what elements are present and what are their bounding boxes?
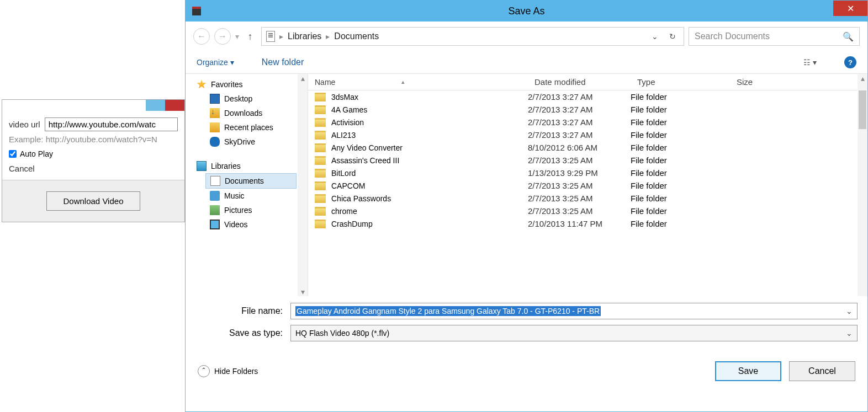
file-date: 2/7/2013 3:27 AM — [528, 117, 631, 127]
file-type: File folder — [631, 92, 730, 101]
file-row[interactable]: CAPCOM2/7/2013 3:25 AMFile folder — [308, 179, 867, 192]
folder-icon — [315, 220, 326, 228]
sidebar-item-music[interactable]: Music — [186, 189, 308, 203]
col-size[interactable]: Size — [730, 77, 867, 87]
sidebar-item-recent[interactable]: Recent places — [186, 120, 308, 135]
file-type: File folder — [631, 156, 730, 165]
refresh-button[interactable]: ↻ — [666, 32, 679, 41]
save-type-label: Save as type: — [195, 328, 290, 338]
file-date: 2/10/2013 11:47 PM — [528, 219, 631, 228]
folder-icon — [315, 143, 326, 152]
breadcrumb-documents[interactable]: Documents — [334, 31, 379, 41]
file-name: Activision — [331, 118, 364, 127]
folder-icon — [315, 207, 326, 216]
col-date[interactable]: Date modified — [528, 77, 631, 87]
save-as-dialog: Save As ✕ ← → ▾ ↑ ▸ Libraries ▸ Document… — [185, 0, 868, 412]
download-video-button[interactable]: Download Video — [46, 191, 141, 211]
col-type[interactable]: Type — [631, 77, 730, 87]
chevron-down-icon: ▾ — [230, 58, 234, 67]
dropdown-icon[interactable]: ⌄ — [846, 329, 853, 338]
dropdown-icon[interactable]: ⌄ — [846, 307, 853, 315]
bg-cancel-link[interactable]: Cancel — [9, 164, 178, 173]
breadcrumb-libraries[interactable]: Libraries — [288, 31, 321, 41]
file-scrollbar[interactable]: ▴ — [858, 74, 867, 296]
help-button[interactable]: ? — [844, 56, 856, 68]
save-type-value: HQ Flash Video 480p (*.flv) — [295, 329, 389, 338]
scrollbar-thumb[interactable] — [859, 90, 866, 129]
sidebar-item-desktop[interactable]: Desktop — [186, 92, 308, 106]
chevron-down-icon: ▾ — [813, 58, 817, 67]
folder-icon — [315, 156, 326, 165]
background-app-window: video url Example: http://youtube.com/wa… — [2, 99, 185, 222]
close-button[interactable]: ✕ — [833, 1, 867, 16]
autoplay-checkbox[interactable]: Auto Play — [9, 149, 178, 158]
file-name-input[interactable]: Gameplay Android Gangnam Style 2 para Sa… — [290, 303, 858, 319]
file-row[interactable]: chrome2/7/2013 3:25 AMFile folder — [308, 205, 867, 217]
document-icon — [266, 31, 275, 42]
sidebar-item-documents[interactable]: Documents — [205, 173, 297, 189]
sidebar-item-downloads[interactable]: Downloads — [186, 106, 308, 120]
col-name[interactable]: Name▴ — [308, 77, 528, 87]
file-date: 2/7/2013 3:27 AM — [528, 105, 631, 114]
nav-row: ← → ▾ ↑ ▸ Libraries ▸ Documents ⌄ ↻ Sear… — [186, 22, 867, 51]
folder-icon — [315, 105, 326, 114]
toolbar: Organize ▾ New folder ☷ ▾ ? — [186, 51, 867, 73]
sidebar-favorites[interactable]: Favorites — [186, 77, 308, 92]
file-date: 2/7/2013 3:25 AM — [528, 194, 631, 203]
file-row[interactable]: CrashDump2/10/2013 11:47 PMFile folder — [308, 217, 867, 230]
sidebar: Favorites Desktop Downloads Recent place… — [186, 74, 308, 296]
file-row[interactable]: Activision2/7/2013 3:27 AMFile folder — [308, 116, 867, 129]
view-options-button[interactable]: ☷ ▾ — [803, 58, 817, 67]
file-date: 2/7/2013 3:27 AM — [528, 130, 631, 140]
dialog-title: Save As — [508, 6, 544, 17]
bg-title-color — [146, 100, 165, 111]
file-row[interactable]: 4A Games2/7/2013 3:27 AMFile folder — [308, 103, 867, 116]
cancel-button[interactable]: Cancel — [789, 361, 855, 381]
file-name: Assassin's Creed III — [331, 156, 399, 165]
sidebar-scrollbar[interactable]: ▴▾ — [298, 74, 308, 296]
back-button[interactable]: ← — [193, 28, 210, 45]
address-dropdown-icon[interactable]: ⌄ — [648, 32, 661, 41]
bg-title-close[interactable] — [165, 100, 184, 111]
file-row[interactable]: BitLord1/13/2013 9:29 PMFile folder — [308, 167, 867, 179]
sidebar-libraries[interactable]: Libraries — [186, 159, 308, 173]
file-row[interactable]: ALI2132/7/2013 3:27 AMFile folder — [308, 129, 867, 141]
autoplay-input[interactable] — [9, 150, 17, 158]
recent-icon — [210, 122, 220, 132]
bottom-fields: File name: Gameplay Android Gangnam Styl… — [186, 296, 867, 350]
column-headers: Name▴ Date modified Type Size — [308, 74, 867, 90]
autoplay-label: Auto Play — [20, 149, 53, 158]
organize-button[interactable]: Organize ▾ — [197, 58, 234, 67]
file-row[interactable]: Chica Passwords2/7/2013 3:25 AMFile fold… — [308, 192, 867, 205]
file-date: 8/10/2012 6:06 AM — [528, 143, 631, 152]
app-icon — [192, 7, 201, 15]
save-type-select[interactable]: HQ Flash Video 480p (*.flv) ⌄ — [290, 325, 858, 341]
file-row[interactable]: Assassin's Creed III2/7/2013 3:25 AMFile… — [308, 154, 867, 167]
file-row[interactable]: 3dsMax2/7/2013 3:27 AMFile folder — [308, 90, 867, 103]
video-url-input[interactable] — [45, 117, 178, 131]
up-button[interactable]: ↑ — [244, 30, 257, 43]
desktop-icon — [210, 94, 220, 104]
file-date: 2/7/2013 3:25 AM — [528, 156, 631, 165]
sidebar-item-skydrive[interactable]: SkyDrive — [186, 135, 308, 149]
file-row[interactable]: Any Video Converter8/10/2012 6:06 AMFile… — [308, 141, 867, 154]
hide-folders-button[interactable]: ˆ Hide Folders — [198, 365, 258, 377]
libraries-icon — [197, 161, 207, 171]
file-type: File folder — [631, 117, 730, 127]
folder-icon — [315, 131, 326, 140]
save-button[interactable]: Save — [715, 361, 781, 381]
file-date: 2/7/2013 3:25 AM — [528, 181, 631, 190]
history-dropdown-icon[interactable]: ▾ — [235, 32, 239, 41]
folder-icon — [315, 194, 326, 203]
file-name: BitLord — [331, 169, 356, 178]
sidebar-item-pictures[interactable]: Pictures — [186, 203, 308, 217]
file-name: Chica Passwords — [331, 194, 391, 203]
new-folder-button[interactable]: New folder — [262, 57, 304, 67]
file-type: File folder — [631, 130, 730, 140]
search-input[interactable]: Search Documents 🔍 — [689, 27, 860, 46]
sidebar-item-videos[interactable]: Videos — [186, 217, 308, 232]
dialog-footer: ˆ Hide Folders Save Cancel — [186, 350, 867, 392]
folder-icon — [315, 181, 326, 190]
address-bar[interactable]: ▸ Libraries ▸ Documents ⌄ ↻ — [261, 27, 684, 46]
forward-button[interactable]: → — [214, 28, 231, 45]
